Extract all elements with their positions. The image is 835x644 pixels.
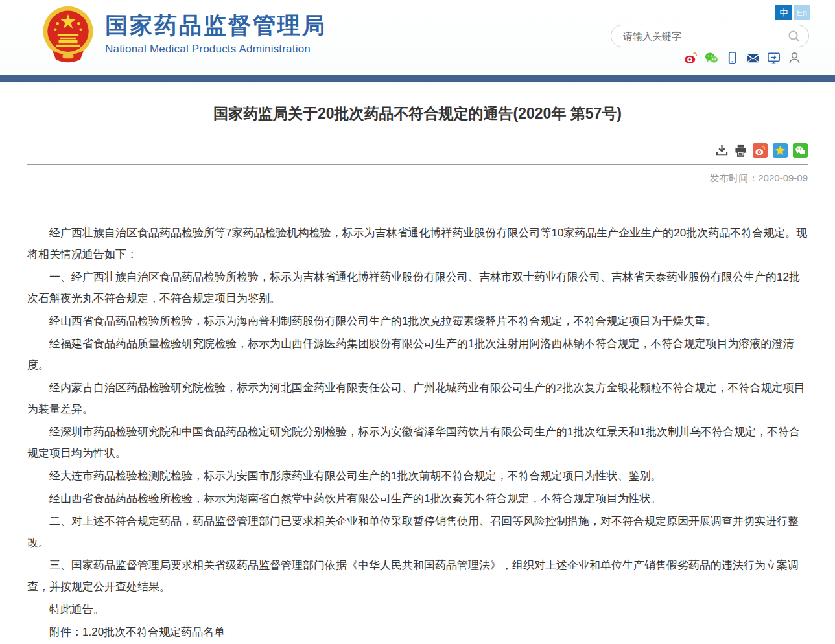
download-icon[interactable] xyxy=(715,144,729,157)
paragraph: 一、经广西壮族自治区食品药品检验所检验，标示为吉林省通化博祥药业股份有限公司、吉… xyxy=(27,266,808,309)
closing-line: 特此通告。 xyxy=(27,599,808,620)
paragraph: 经深圳市药品检验研究院和中国食品药品检定研究院分别检验，标示为安徽省泽华国药饮片… xyxy=(27,421,808,464)
header-divider-bar xyxy=(0,75,835,82)
share-wechat-icon[interactable] xyxy=(793,143,808,158)
article: 国家药监局关于20批次药品不符合规定的通告(2020年 第57号) xyxy=(27,86,808,644)
publish-time: 发布时间：2020-09-09 xyxy=(27,172,808,185)
title-divider xyxy=(27,164,808,165)
site-title-cn: 国家药品监督管理局 xyxy=(105,12,327,39)
site-header: 国家药品监督管理局 National Medical Products Admi… xyxy=(0,0,835,75)
site-title-block: 国家药品监督管理局 National Medical Products Admi… xyxy=(105,5,327,56)
paragraph: 经山西省食品药品检验所检验，标示为湖南省自然堂中药饮片有限公司生产的1批次秦艽不… xyxy=(27,488,808,509)
share-weibo-icon[interactable] xyxy=(753,143,768,158)
share-qzone-icon[interactable] xyxy=(773,143,788,158)
national-emblem-logo xyxy=(40,5,96,70)
paragraph: 三、国家药品监督管理局要求相关省级药品监督管理部门依据《中华人民共和国药品管理法… xyxy=(27,555,808,597)
page-title: 国家药监局关于20批次药品不符合规定的通告(2020年 第57号) xyxy=(27,104,808,124)
wechat-icon[interactable] xyxy=(705,51,718,65)
lang-zh-button[interactable]: 中 xyxy=(775,5,792,20)
paragraph: 经福建省食品药品质量检验研究院检验，标示为山西仟源医药集团股份有限公司生产的1批… xyxy=(27,333,808,376)
paragraph: 经山西省食品药品检验所检验，标示为海南普利制药股份有限公司生产的1批次克拉霉素缓… xyxy=(27,310,808,332)
weibo-icon[interactable] xyxy=(684,51,698,65)
attachment-line-1: 附件：1.20批次不符合规定药品名单 xyxy=(27,621,808,643)
paragraph: 经广西壮族自治区食品药品检验所等7家药品检验机构检验，标示为吉林省通化博祥药业股… xyxy=(27,222,808,265)
site-brand: 国家药品监督管理局 National Medical Products Admi… xyxy=(40,5,327,70)
search-box xyxy=(611,25,809,47)
language-switch: 中 En xyxy=(775,5,810,20)
article-body: 经广西壮族自治区食品药品检验所等7家药品检验机构检验，标示为吉林省通化博祥药业股… xyxy=(27,222,808,644)
article-action-row xyxy=(27,143,808,164)
site-title-en: National Medical Products Administration xyxy=(105,43,327,56)
paragraph: 经内蒙古自治区药品检验研究院检验，标示为河北国金药业有限责任公司、广州花城药业有… xyxy=(27,377,808,420)
paragraph: 二、对上述不符合规定药品，药品监督管理部门已要求相关企业和单位采取暂停销售使用、… xyxy=(27,511,808,553)
user-icon[interactable] xyxy=(788,51,801,65)
print-icon[interactable] xyxy=(734,144,747,157)
mobile-icon[interactable] xyxy=(725,51,739,65)
lang-en-button[interactable]: En xyxy=(794,5,810,20)
search-input[interactable] xyxy=(623,30,788,41)
header-social-icons xyxy=(684,51,801,65)
paragraph: 经大连市药品检验检测院检验，标示为安国市彤康药业有限公司生产的1批次前胡不符合规… xyxy=(27,465,808,487)
client-icon[interactable] xyxy=(767,51,781,65)
mail-icon[interactable] xyxy=(746,51,760,65)
search-icon[interactable] xyxy=(788,30,801,43)
